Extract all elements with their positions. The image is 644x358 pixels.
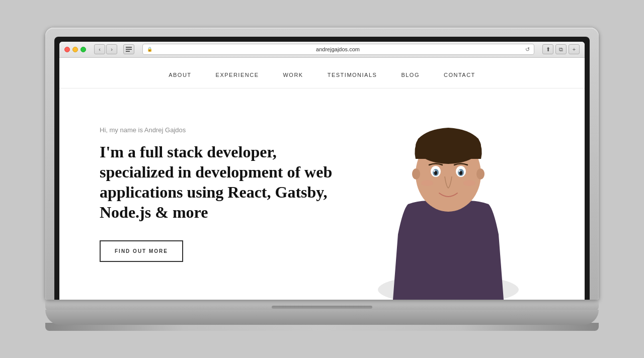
svg-rect-0 — [126, 47, 132, 48]
back-button[interactable]: ‹ — [94, 44, 105, 54]
svg-point-16 — [458, 170, 460, 172]
nav-item-experience[interactable]: EXPERIENCE — [216, 72, 259, 78]
duplicate-button[interactable]: ⧉ — [555, 44, 567, 54]
svg-point-17 — [421, 180, 433, 186]
refresh-button[interactable]: ↺ — [525, 46, 530, 53]
svg-rect-1 — [126, 49, 132, 50]
hero-title: I'm a full stack developer, specialized … — [100, 142, 348, 222]
browser-titlebar: ‹ › 🔒 andrejgajdos.com ↺ — [59, 42, 585, 58]
forward-button[interactable]: › — [106, 44, 117, 54]
hero-subtitle: Hi, my name is Andrej Gajdos — [100, 126, 348, 134]
laptop-frame: ‹ › 🔒 andrejgajdos.com ↺ — [45, 28, 599, 331]
lock-icon: 🔒 — [147, 47, 152, 52]
share-button[interactable]: ⬆ — [542, 44, 553, 54]
maximize-button[interactable] — [80, 47, 86, 52]
person-illustration — [353, 88, 544, 300]
hero-text: Hi, my name is Andrej Gajdos I'm a full … — [59, 106, 348, 282]
add-tab-button[interactable]: + — [569, 44, 580, 54]
site-nav: ABOUT EXPERIENCE WORK TESTIMONIALS BLOG … — [59, 58, 585, 88]
nav-item-testimonials[interactable]: TESTIMONIALS — [328, 72, 377, 78]
nav-item-blog[interactable]: BLOG — [401, 72, 420, 78]
svg-point-18 — [463, 180, 475, 186]
minimize-button[interactable] — [72, 47, 78, 52]
laptop-base — [45, 300, 599, 311]
find-out-more-button[interactable]: FIND OUT MORE — [100, 240, 183, 262]
hero-section: Hi, my name is Andrej Gajdos I'm a full … — [59, 88, 585, 300]
svg-rect-2 — [126, 51, 130, 52]
address-bar[interactable]: 🔒 andrejgajdos.com ↺ — [142, 44, 534, 55]
nav-item-about[interactable]: ABOUT — [169, 72, 191, 78]
website-content: ABOUT EXPERIENCE WORK TESTIMONIALS BLOG … — [59, 58, 585, 300]
browser-chrome: ‹ › 🔒 andrejgajdos.com ↺ — [59, 42, 585, 300]
svg-point-15 — [433, 170, 435, 172]
traffic-lights — [64, 47, 86, 52]
laptop-body: ‹ › 🔒 andrejgajdos.com ↺ — [45, 28, 599, 300]
svg-point-7 — [412, 168, 420, 180]
svg-point-8 — [476, 168, 485, 180]
browser-nav: ‹ › — [94, 44, 117, 54]
screen-bezel: ‹ › 🔒 andrejgajdos.com ↺ — [54, 37, 590, 300]
hero-image — [311, 88, 585, 300]
url-text: andrejgajdos.com — [154, 46, 521, 52]
laptop-vent — [272, 306, 372, 309]
browser-actions: ⬆ ⧉ + — [542, 44, 580, 54]
nav-item-work[interactable]: WORK — [283, 72, 303, 78]
laptop-stand — [45, 310, 599, 325]
close-button[interactable] — [64, 47, 70, 52]
sidebar-button[interactable] — [123, 44, 134, 54]
nav-item-contact[interactable]: CONTACT — [444, 72, 475, 78]
